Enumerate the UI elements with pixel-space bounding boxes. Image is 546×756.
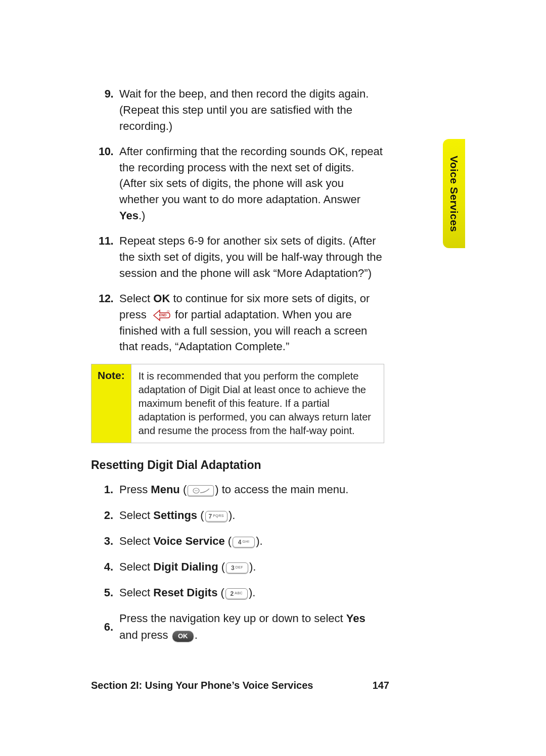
step-item: 3.Select Voice Service (4GHI). xyxy=(94,533,384,549)
note-box: Note: It is recommended that you perform… xyxy=(91,364,384,443)
step-item: 6.Press the navigation key up or down to… xyxy=(94,610,384,643)
subsection-heading: Resetting Digit Dial Adaptation xyxy=(91,458,384,472)
page-content: 9.Wait for the beep, and then record the… xyxy=(91,86,384,652)
step-item: 10.After confirming that the recording s… xyxy=(91,144,384,224)
step-number: 6. xyxy=(94,619,119,635)
step-number: 3. xyxy=(94,533,119,549)
section-tab-label: Voice Services xyxy=(448,156,460,232)
step-number: 11. xyxy=(91,233,119,281)
step-item: 4.Select Digit Dialing (3DEF). xyxy=(94,558,384,575)
softkey-icon xyxy=(188,485,214,496)
page-footer: Section 2I: Using Your Phone’s Voice Ser… xyxy=(91,680,389,691)
step-text: Wait for the beep, and then record the d… xyxy=(119,86,384,134)
bold-text: Reset Digits xyxy=(153,586,217,599)
keypad-3-icon: 3DEF xyxy=(226,562,248,574)
svg-point-5 xyxy=(197,490,198,491)
document-page: Voice Services 9.Wait for the beep, and … xyxy=(0,0,546,756)
step-number: 5. xyxy=(94,584,119,601)
note-text: It is recommended that you perform the c… xyxy=(131,364,384,443)
step-number: 4. xyxy=(94,558,119,575)
ok-key-icon: OK xyxy=(172,631,194,642)
step-item: 9.Wait for the beep, and then record the… xyxy=(91,86,384,134)
keypad-4-icon: 4GHI xyxy=(233,537,255,548)
step-number: 9. xyxy=(91,86,119,134)
keypad-2-icon: 2ABC xyxy=(225,588,248,599)
step-number: 10. xyxy=(91,144,119,224)
step-number: 2. xyxy=(94,507,119,524)
keypad-7-icon: 7PQRS xyxy=(205,511,228,522)
step-item: 11.Repeat steps 6-9 for another six sets… xyxy=(91,233,384,281)
svg-text:END: END xyxy=(159,313,167,317)
step-text: Select Settings (7PQRS). xyxy=(119,507,384,524)
svg-text:/O: /O xyxy=(167,310,169,313)
bold-text: OK xyxy=(153,292,170,305)
footer-section: Section 2I: Using Your Phone’s Voice Ser… xyxy=(91,680,313,691)
step-number: 1. xyxy=(94,481,119,498)
section-tab: Voice Services xyxy=(443,139,465,248)
upper-step-list: 9.Wait for the beep, and then record the… xyxy=(91,86,384,355)
step-text: Press Menu () to access the main menu. xyxy=(119,481,384,498)
footer-page-number: 147 xyxy=(373,680,389,691)
step-item: 12.Select OK to continue for six more se… xyxy=(91,291,384,355)
step-text: Repeat steps 6-9 for another six sets of… xyxy=(119,233,384,281)
step-item: 1.Press Menu () to access the main menu. xyxy=(94,481,384,498)
svg-point-4 xyxy=(196,490,197,491)
bold-text: Yes xyxy=(119,209,139,222)
step-number: 12. xyxy=(91,291,119,355)
step-item: 5.Select Reset Digits (2ABC). xyxy=(94,584,384,601)
step-text: Select Reset Digits (2ABC). xyxy=(119,584,384,601)
end-key-icon: END/O xyxy=(151,308,171,322)
step-item: 2.Select Settings (7PQRS). xyxy=(94,507,384,524)
bold-text: Settings xyxy=(153,509,197,522)
step-text: Select Digit Dialing (3DEF). xyxy=(119,558,384,575)
step-text: Press the navigation key up or down to s… xyxy=(119,610,384,643)
svg-point-3 xyxy=(195,490,196,491)
bold-text: Voice Service xyxy=(153,535,224,547)
note-label: Note: xyxy=(92,364,131,443)
bold-text: Menu xyxy=(151,483,179,496)
step-text: Select OK to continue for six more sets … xyxy=(119,291,384,355)
bold-text: Yes xyxy=(346,612,366,625)
bold-text: Digit Dialing xyxy=(153,560,218,573)
step-text: After confirming that the recording soun… xyxy=(119,144,384,224)
lower-step-list: 1.Press Menu () to access the main menu.… xyxy=(94,481,384,643)
step-text: Select Voice Service (4GHI). xyxy=(119,533,384,549)
